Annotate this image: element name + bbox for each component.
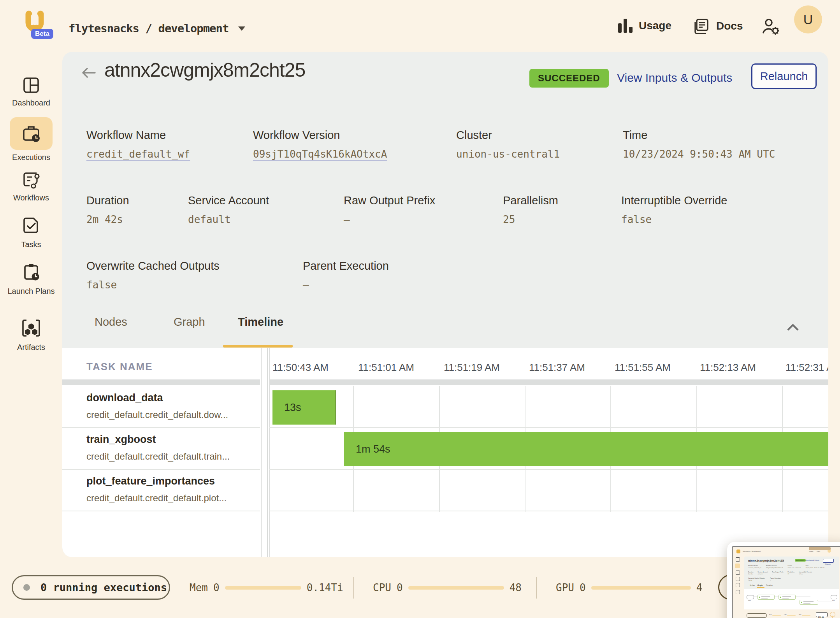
sidebar-label-workflows[interactable]: Workflows	[0, 193, 62, 203]
mem-max: 0.14Ti	[307, 582, 343, 593]
mini-node-end: end	[831, 595, 837, 599]
sidebar: Dashboard Executions Workflows	[0, 52, 62, 557]
tab-nodes[interactable]: Nodes	[95, 316, 127, 328]
mini-node-task2	[778, 595, 796, 600]
gantt-bar-download-data[interactable]: 13s	[272, 390, 336, 425]
mini-mem: Mem	[769, 614, 772, 616]
mini-view-io: View Inputs & Outputs	[806, 560, 819, 561]
executions-briefcase-clock-icon	[21, 123, 41, 144]
mini-sidebar-item	[736, 590, 740, 594]
project-domain-breadcrumb[interactable]: flytesnacks / development	[69, 22, 245, 35]
task-row-plot-feature-importances[interactable]: plot_feature_importances credit_default.…	[86, 475, 227, 504]
mini-sidebar-item	[736, 571, 740, 575]
sidebar-item-artifacts[interactable]	[21, 318, 41, 340]
running-executions-pill[interactable]: 0 running executions	[12, 575, 170, 600]
time-tick-4: 11:51:55 AM	[608, 362, 678, 374]
usage-label: Usage	[639, 19, 671, 32]
mini-node-task1	[757, 595, 775, 600]
screenshot-preview-window[interactable]: flytesnacks / development Usage Docs atn…	[727, 542, 840, 618]
sidebar-label-executions[interactable]: Executions	[0, 152, 62, 162]
pane-splitter[interactable]	[261, 348, 262, 557]
app-window: Beta flytesnacks / development Usage Doc…	[0, 0, 840, 618]
mini-sidebar-item	[736, 577, 740, 581]
admin-users-button[interactable]	[761, 17, 781, 38]
status-badge: SUCCEEDED	[529, 69, 609, 88]
left-pane-scroll-track[interactable]	[62, 379, 260, 385]
workflow-name-link[interactable]: credit_default_wf	[86, 148, 190, 160]
mini-sidebar-item	[736, 583, 740, 587]
row-separator	[269, 511, 828, 511]
detail-parent-execution: Parent Execution–	[303, 260, 389, 291]
sidebar-item-workflows[interactable]	[21, 170, 41, 192]
tab-timeline[interactable]: Timeline	[238, 316, 283, 328]
statusbar-divider	[536, 577, 537, 599]
workflows-flow-icon	[21, 170, 41, 190]
detail-workflow-name: Workflow Namecredit_default_wf	[86, 129, 190, 160]
row-separator	[269, 427, 828, 428]
artifacts-cubes-icon	[21, 318, 41, 338]
pane-splitter-line	[267, 348, 268, 557]
mini-breadcrumb: flytesnacks / development	[743, 550, 761, 552]
mini-title: atnnx2cwgmjx8m2cht25	[748, 559, 784, 562]
usage-nav-button[interactable]: Usage	[618, 19, 671, 33]
mini-status-badge: SUCCEEDED	[795, 559, 806, 562]
running-executions-label: 0 running executions	[40, 581, 167, 593]
detail-parallelism: Parallelism25	[503, 194, 558, 225]
execution-title: atnnx2cwgmjx8m2cht25	[104, 59, 305, 81]
mini-node-task3	[800, 600, 818, 605]
task-row-train-xgboost[interactable]: train_xgboost credit_default.credit_defa…	[86, 434, 230, 462]
gpu-meter: GPU 0 4	[556, 577, 702, 599]
mini-mem-track	[772, 615, 781, 616]
tab-graph[interactable]: Graph	[174, 316, 205, 328]
dashboard-grid-icon	[21, 75, 41, 95]
avatar[interactable]: U	[794, 5, 822, 33]
mini-running-pill: 0 running executions	[747, 613, 767, 618]
breadcrumb-label: flytesnacks / development	[69, 22, 229, 35]
mini-details-row3: Overwrite Cached Outputsfalse Parent Exe…	[748, 578, 781, 581]
gpu-max: 4	[696, 582, 703, 593]
mem-label: Mem	[190, 582, 208, 593]
status-dot-icon	[23, 584, 30, 591]
sidebar-item-launch-plans[interactable]	[21, 262, 41, 284]
detail-service-account: Service Accountdefault	[188, 194, 269, 225]
gantt-bar-train-xgboost[interactable]: 1m 54s	[344, 432, 828, 466]
relaunch-button[interactable]: Relaunch	[751, 63, 817, 89]
mini-relaunch: Relaunch	[823, 559, 834, 563]
screenshot-preview-content: flytesnacks / development Usage Docs atn…	[732, 546, 840, 618]
right-pane-scroll-track[interactable]	[269, 379, 828, 385]
chevron-down-icon	[238, 26, 245, 31]
sidebar-item-executions-active[interactable]	[10, 117, 53, 150]
sidebar-item-tasks[interactable]	[21, 215, 41, 237]
sidebar-label-artifacts[interactable]: Artifacts	[0, 342, 62, 352]
sidebar-label-dashboard[interactable]: Dashboard	[0, 98, 62, 108]
time-tick-2: 11:51:19 AM	[437, 362, 507, 374]
chart-left-border	[269, 348, 270, 557]
row-separator	[269, 469, 828, 470]
detail-raw-output-prefix: Raw Output Prefix–	[344, 194, 435, 225]
detail-duration: Duration2m 42s	[86, 194, 129, 225]
active-tab-indicator	[223, 345, 293, 348]
row-separator	[62, 427, 260, 428]
gpu-track	[591, 586, 691, 590]
tasks-doc-check-icon	[21, 215, 41, 235]
mini-details-row1: Workflow Namecredit_default_wf Workflow …	[748, 565, 825, 569]
time-tick-6: 11:52:31 AM	[778, 362, 828, 374]
back-button[interactable]	[81, 67, 97, 81]
avatar-initial: U	[803, 12, 813, 27]
docs-nav-button[interactable]: Docs	[692, 17, 743, 35]
sidebar-label-launch-plans[interactable]: Launch Plans	[0, 286, 62, 296]
collapse-section-button[interactable]	[786, 323, 800, 334]
sidebar-label-tasks[interactable]: Tasks	[0, 239, 62, 249]
view-inputs-outputs-link[interactable]: View Inputs & Outputs	[617, 71, 732, 84]
task-row-download-data[interactable]: download_data credit_default.credit_defa…	[86, 392, 228, 420]
chevron-up-icon	[786, 323, 800, 332]
time-tick-5: 11:52:13 AM	[693, 362, 763, 374]
gpu-label: GPU	[556, 582, 574, 593]
mini-gpu-track	[802, 615, 810, 616]
mini-tab-timeline: Timeline	[766, 585, 773, 586]
sidebar-item-dashboard[interactable]	[21, 75, 41, 97]
workflow-version-link[interactable]: 09sjT10qTq4sK16kAOtxcA	[253, 148, 387, 160]
cpu-track	[408, 586, 504, 590]
mem-current: 0	[213, 582, 220, 593]
mini-cpu: CPU	[784, 614, 786, 616]
